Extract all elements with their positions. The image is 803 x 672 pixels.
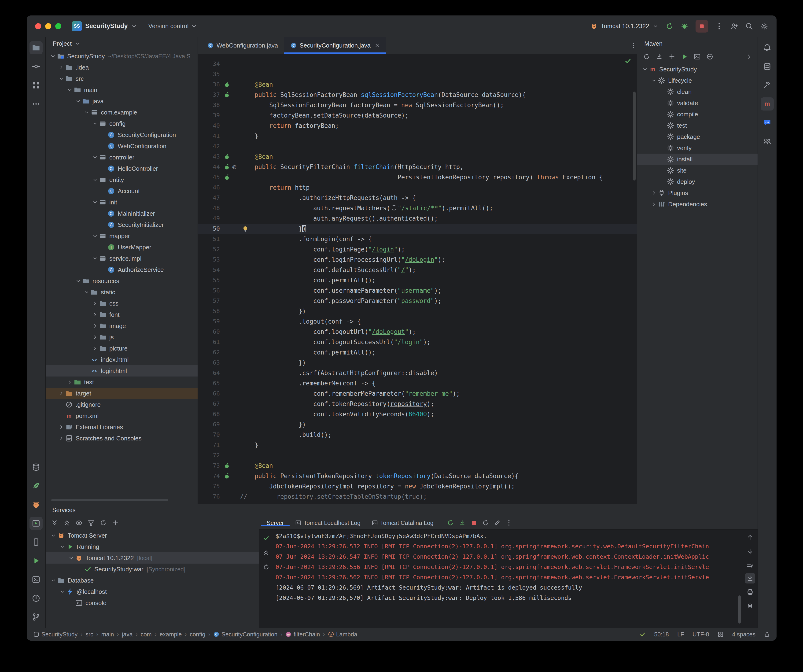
- chevron-down-icon[interactable]: [49, 577, 57, 584]
- chevron-right-icon[interactable]: [57, 390, 65, 397]
- database-toolwindow-button[interactable]: [29, 460, 42, 473]
- chevron-down-icon[interactable]: [641, 66, 649, 73]
- code-style-widget[interactable]: [718, 631, 723, 637]
- close-window-button[interactable]: [35, 23, 41, 29]
- debug-button[interactable]: [681, 22, 689, 30]
- services-panel-header[interactable]: Services: [46, 504, 757, 516]
- project-tree-item-account[interactable]: CAccount: [46, 185, 198, 197]
- project-tree-item-idea[interactable]: .idea: [46, 62, 198, 73]
- code-text[interactable]: auth.requestMatchers("/static/**").permi…: [240, 203, 637, 213]
- build-toolwindow-button[interactable]: [761, 79, 774, 92]
- chevron-down-icon[interactable]: [91, 255, 99, 262]
- project-tree-item-maininitializer[interactable]: CMainInitializer: [46, 208, 198, 219]
- breadcrumb-config[interactable]: config: [190, 631, 205, 638]
- code-text[interactable]: conf.tokenValiditySeconds(86400);: [240, 409, 637, 419]
- chevron-down-icon[interactable]: [57, 75, 65, 82]
- chevron-right-icon[interactable]: [91, 334, 99, 341]
- chevron-down-icon[interactable]: [49, 53, 57, 60]
- maven-tree-item-package[interactable]: package: [637, 131, 757, 142]
- code-text[interactable]: .logout(conf -> {: [240, 316, 637, 327]
- editor-scrollbar[interactable]: [633, 91, 636, 181]
- code-text[interactable]: [240, 450, 637, 460]
- edit-configuration-button[interactable]: [492, 518, 502, 528]
- breadcrumb-example[interactable]: example: [160, 631, 182, 638]
- code-text[interactable]: public PersistentTokenRepository tokenRe…: [240, 471, 637, 481]
- code-text[interactable]: conf.usernameParameter("username");: [240, 285, 637, 296]
- commit-toolwindow-button[interactable]: [29, 60, 42, 73]
- chevron-down-icon[interactable]: [74, 277, 82, 285]
- version-control-widget[interactable]: Version control: [148, 23, 197, 30]
- project-tree-item-authorizeservice[interactable]: CAuthorizeService: [46, 264, 198, 275]
- chevron-right-icon[interactable]: [66, 379, 74, 386]
- console-scrollbar[interactable]: [738, 596, 741, 623]
- project-tree-item-hellocontroller[interactable]: CHelloController: [46, 163, 198, 174]
- add-collaborator-button[interactable]: [730, 22, 738, 30]
- chevron-down-icon[interactable]: [74, 98, 82, 105]
- project-tree-item-config[interactable]: config: [46, 118, 198, 129]
- chevron-right-icon[interactable]: [91, 311, 99, 318]
- clear-console-button[interactable]: [745, 600, 755, 611]
- project-tree-item-main[interactable]: main: [46, 84, 198, 96]
- spring-bean-icon[interactable]: [224, 473, 230, 479]
- add-service-button[interactable]: [110, 518, 120, 528]
- code-text[interactable]: [240, 69, 637, 80]
- project-tree-item-js[interactable]: js: [46, 332, 198, 343]
- code-text[interactable]: // repository.setCreateTableOnStartup(tr…: [240, 491, 637, 502]
- project-tree-item-controller[interactable]: controller: [46, 152, 198, 163]
- maven-toolwindow-button[interactable]: m: [761, 98, 774, 111]
- maven-tree-item-plugins[interactable]: Plugins: [637, 187, 757, 199]
- code-text[interactable]: conf.logoutUrl("/doLogout");: [240, 327, 637, 337]
- minimize-window-button[interactable]: [45, 23, 51, 29]
- tomcat-toolwindow-button[interactable]: [29, 498, 42, 511]
- more-toolwindows-button[interactable]: [29, 98, 42, 111]
- code-text[interactable]: PersistentTokenRepository repository) th…: [240, 172, 637, 182]
- project-tree-item-java[interactable]: java: [46, 96, 198, 107]
- project-tree-item-entity[interactable]: entity: [46, 174, 198, 185]
- code-text[interactable]: conf.loginPage("/login");: [240, 244, 637, 254]
- code-text[interactable]: [240, 59, 637, 69]
- chevron-right-icon[interactable]: [91, 345, 99, 352]
- annotation-gutter-icon[interactable]: @: [231, 164, 237, 170]
- console-tab-server[interactable]: Server: [261, 519, 289, 526]
- code-text[interactable]: auth.anyRequest().authenticated();: [240, 213, 637, 224]
- breadcrumb-src[interactable]: src: [85, 631, 93, 638]
- spring-bean-icon[interactable]: [224, 164, 230, 170]
- code-text[interactable]: }): [240, 419, 637, 430]
- maven-tree-item-validate[interactable]: validate: [637, 98, 757, 109]
- caret-position-widget[interactable]: 50:18: [654, 631, 669, 638]
- project-tree-item-static[interactable]: static: [46, 286, 198, 298]
- line-separator-widget[interactable]: LF: [677, 631, 684, 638]
- console-tab-tomcat-catalina-log[interactable]: Tomcat Catalina Log: [366, 519, 439, 526]
- scroll-down-button[interactable]: [745, 546, 755, 556]
- code-text[interactable]: [240, 141, 637, 151]
- notifications-button[interactable]: [761, 41, 774, 54]
- project-tree-item-webconfiguration[interactable]: CWebConfiguration: [46, 140, 198, 152]
- maven-tree-item-deploy[interactable]: deploy: [637, 176, 757, 187]
- maven-download-sources-button[interactable]: [654, 52, 665, 62]
- editor-tab-options-button[interactable]: [630, 37, 637, 54]
- database-toolwindow-button-right[interactable]: [761, 60, 774, 73]
- code-text[interactable]: @Bean: [240, 460, 637, 471]
- chevron-down-icon[interactable]: [49, 532, 57, 539]
- chevron-down-icon[interactable]: [650, 77, 658, 84]
- chevron-right-icon[interactable]: [650, 201, 658, 208]
- code-text[interactable]: conf.permitAll();: [240, 275, 637, 285]
- project-tree-item-css[interactable]: css: [46, 298, 198, 309]
- console-output[interactable]: $2a$10$vtylwuE3zmZArj3EnoFFJenSDgyj5eAw3…: [273, 530, 743, 628]
- editor-tab-securityconfiguration-java[interactable]: CSecurityConfiguration.java: [284, 37, 386, 54]
- maven-tree-item-compile[interactable]: compile: [637, 109, 757, 120]
- terminal-toolwindow-button[interactable]: [29, 573, 42, 586]
- maven-more-button[interactable]: [744, 52, 754, 62]
- expand-all-button[interactable]: [49, 518, 60, 528]
- services-toolwindow-button[interactable]: [29, 517, 42, 530]
- maven-reload-button[interactable]: [642, 52, 652, 62]
- maven-tree-item-install[interactable]: install: [637, 154, 757, 165]
- chevron-right-icon[interactable]: [91, 300, 99, 307]
- code-text[interactable]: conf.tokenRepository(repository);: [240, 399, 637, 409]
- problems-toolwindow-button[interactable]: [29, 592, 42, 605]
- code-text[interactable]: return factoryBean;: [240, 120, 637, 131]
- refresh-output-button[interactable]: [480, 518, 491, 528]
- breadcrumb-lambda[interactable]: λLambda: [328, 631, 357, 638]
- chevron-right-icon[interactable]: [57, 423, 65, 431]
- project-tree-item-init[interactable]: init: [46, 197, 198, 208]
